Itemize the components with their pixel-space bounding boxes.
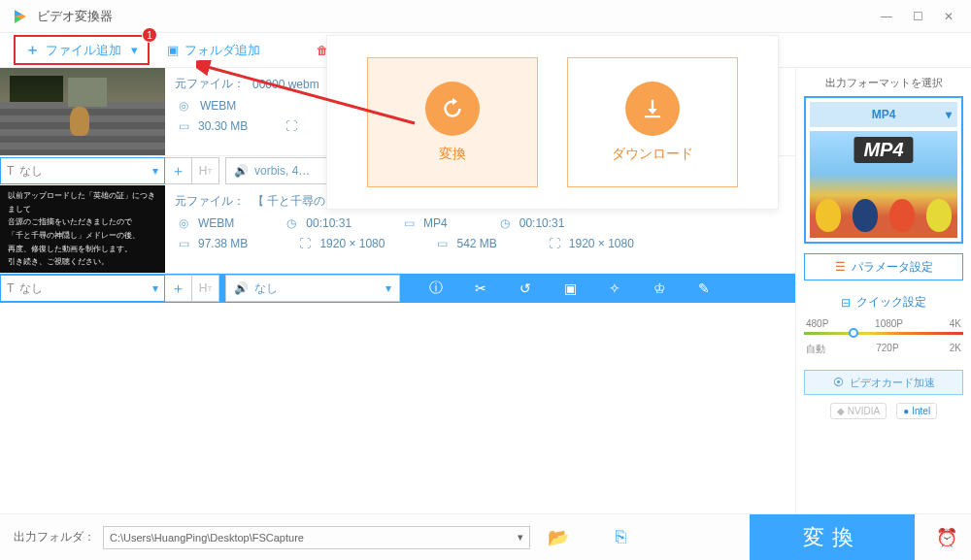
format-selector[interactable]: MP4 ▾ MP4 xyxy=(804,96,963,244)
text-icon: T xyxy=(7,281,14,295)
add-file-button[interactable]: ＋ ファイル追加 ▾ 1 xyxy=(14,35,150,65)
convert-label: 変換 xyxy=(439,146,466,163)
format-preview: MP4 xyxy=(810,131,957,238)
output-sidebar: 出力フォーマットを選択 MP4 ▾ MP4 ☰ パラメータ設定 ⊟クイック設定 … xyxy=(796,68,971,513)
format-value: WEBM xyxy=(198,216,234,230)
format-value: WEBM xyxy=(200,99,236,113)
bottom-bar: 出力フォルダ： C:\Users\HuangPing\Desktop\FSCap… xyxy=(0,513,971,560)
resolution-icon: ⛶ xyxy=(546,237,563,250)
source-filename: 【 千と千尋の… xyxy=(252,193,337,210)
chevron-down-icon: ▾ xyxy=(152,164,158,178)
plus-icon: ＋ xyxy=(25,41,40,59)
res-option[interactable]: 1080P xyxy=(875,318,903,329)
format-icon: ▭ xyxy=(400,216,418,230)
audio-dropdown[interactable]: 🔊 なし ▾ xyxy=(225,275,400,302)
param-label: パラメータ設定 xyxy=(852,259,933,276)
gpu-icon: ⦿ xyxy=(833,377,844,388)
format-icon: ◎ xyxy=(175,216,192,230)
output-path-input[interactable]: C:\Users\HuangPing\Desktop\FSCapture ▾ xyxy=(103,526,530,549)
out-size-value: 542 MB xyxy=(456,237,496,250)
toggle-icon: ⊟ xyxy=(841,296,851,310)
speaker-icon: 🔊 xyxy=(234,164,249,178)
resolution-icon: ⛶ xyxy=(296,237,314,250)
rotate-icon[interactable]: ↺ xyxy=(517,280,534,297)
clock-icon: ◷ xyxy=(496,216,514,230)
size-value: 30.30 MB xyxy=(198,119,248,133)
quality-slider[interactable] xyxy=(804,332,963,335)
res-option[interactable]: 480P xyxy=(806,318,828,329)
action-overlay: 変換 ダウンロード xyxy=(326,35,779,210)
add-subtitle-button[interactable]: ＋ xyxy=(165,157,192,184)
merge-icon[interactable]: ⎘ xyxy=(616,527,626,547)
clock-icon: ◷ xyxy=(283,216,300,230)
output-folder-label: 出力フォルダ： xyxy=(14,529,95,545)
subtitle-dropdown[interactable]: T なし ▾ xyxy=(0,275,165,302)
video-thumbnail[interactable] xyxy=(0,68,165,155)
audio-value: vorbis, 4… xyxy=(254,164,310,178)
download-label: ダウンロード xyxy=(612,146,693,163)
size-icon: ▭ xyxy=(433,237,451,250)
format-icon: ◎ xyxy=(175,99,192,113)
sliders-icon: ☰ xyxy=(835,260,846,274)
subtitle-dropdown[interactable]: T なし ▾ xyxy=(0,157,165,184)
slider-handle[interactable] xyxy=(849,328,858,338)
gpu-label: ビデオカード加速 xyxy=(850,376,935,390)
subtitle-value: なし xyxy=(19,280,43,297)
annotation-badge: 1 xyxy=(142,27,157,43)
out-format-value: MP4 xyxy=(423,216,448,230)
out-duration-value: 00:10:31 xyxy=(519,216,565,230)
convert-icon xyxy=(425,82,480,136)
resolution-icon: ⛶ xyxy=(283,119,300,133)
chevron-down-icon: ▾ xyxy=(131,43,138,57)
video-thumbnail[interactable]: 以前アップロードした「英雄の証」につきまして 音源のご指摘をいただきましたので … xyxy=(0,185,165,273)
chevron-down-icon: ▾ xyxy=(152,281,158,295)
format-selected: MP4 xyxy=(872,108,896,121)
crop-icon[interactable]: ▣ xyxy=(561,280,579,297)
res-option[interactable]: 4K xyxy=(950,318,961,329)
edit-icon[interactable]: ✎ xyxy=(695,280,713,297)
size-value: 97.38 MB xyxy=(198,237,248,250)
add-folder-button[interactable]: ▣ フォルダ追加 xyxy=(167,42,260,59)
watermark-icon[interactable]: ♔ xyxy=(651,280,668,297)
chevron-down-icon: ▾ xyxy=(518,531,523,544)
download-mode-button[interactable]: ダウンロード xyxy=(567,57,738,187)
close-button[interactable]: ✕ xyxy=(942,10,955,23)
subtitle-value: なし xyxy=(19,163,43,180)
resolution-value: 1920 × 1080 xyxy=(319,237,385,250)
hardcode-subtitle-button[interactable]: HT xyxy=(192,275,219,302)
minimize-button[interactable]: — xyxy=(880,10,893,23)
source-label: 元ファイル： xyxy=(175,193,245,210)
cut-icon[interactable]: ✂ xyxy=(472,280,489,297)
active-row-toolbar: T なし ▾ ＋ HT 🔊 なし ▾ ⓘ ✂ ↺ ▣ ✧ ♔ ✎ xyxy=(0,274,795,303)
speaker-icon: 🔊 xyxy=(234,281,249,295)
output-title: 出力フォーマットを選択 xyxy=(804,76,963,90)
res-option[interactable]: 自動 xyxy=(806,343,825,356)
hardcode-subtitle-button[interactable]: HT xyxy=(192,157,219,184)
add-subtitle-button[interactable]: ＋ xyxy=(165,275,192,302)
info-icon[interactable]: ⓘ xyxy=(427,280,445,297)
open-folder-icon[interactable]: 📂 xyxy=(548,527,569,548)
size-icon: ▭ xyxy=(175,119,192,133)
download-icon xyxy=(625,82,680,136)
app-title: ビデオ変換器 xyxy=(37,8,880,25)
convert-button[interactable]: 変換 xyxy=(750,514,915,561)
convert-mode-button[interactable]: 変換 xyxy=(367,57,538,187)
schedule-icon[interactable]: ⏰ xyxy=(936,527,957,548)
quick-label: クイック設定 xyxy=(856,294,926,311)
res-option[interactable]: 2K xyxy=(950,343,961,356)
maximize-button[interactable]: ☐ xyxy=(911,10,924,23)
path-value: C:\Users\HuangPing\Desktop\FSCapture xyxy=(110,532,304,544)
folder-icon: ▣ xyxy=(167,43,179,57)
res-option[interactable]: 720P xyxy=(876,343,898,356)
effects-icon[interactable]: ✧ xyxy=(606,280,623,297)
chevron-down-icon: ▾ xyxy=(946,108,952,121)
app-logo-icon xyxy=(12,8,29,25)
size-icon: ▭ xyxy=(175,237,192,250)
format-badge: MP4 xyxy=(854,137,913,163)
parameter-settings-button[interactable]: ☰ パラメータ設定 xyxy=(804,253,963,280)
add-folder-label: フォルダ追加 xyxy=(184,42,260,59)
gpu-accel-button[interactable]: ⦿ ビデオカード加速 xyxy=(804,370,963,395)
nvidia-badge: ◆ NVIDIA xyxy=(830,403,887,419)
duration-value: 00:10:31 xyxy=(306,216,352,230)
source-filename: 00000.webm xyxy=(252,78,319,91)
